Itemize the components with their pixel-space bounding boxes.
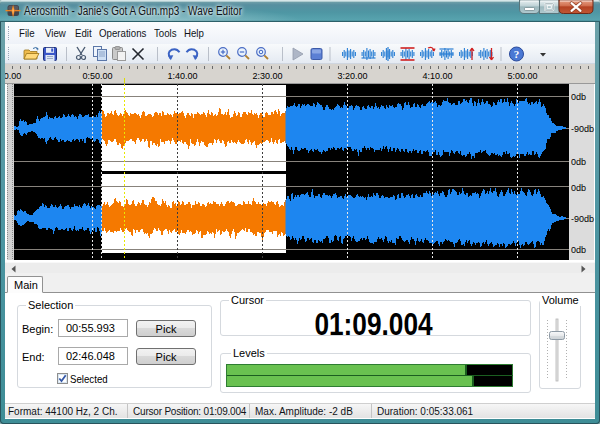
svg-text:?: ?	[514, 48, 520, 60]
svg-text:2:30.00: 2:30.00	[252, 71, 282, 81]
svg-text:0.00: 0.00	[5, 71, 21, 81]
svg-text:3:20.00: 3:20.00	[337, 71, 367, 81]
svg-text:1:40.00: 1:40.00	[167, 71, 197, 81]
svg-text:0db: 0db	[571, 157, 586, 167]
svg-text:0db: 0db	[571, 92, 586, 102]
svg-text:0:50.00: 0:50.00	[82, 71, 112, 81]
svg-text:0db: 0db	[571, 245, 586, 255]
svg-text:4:10.00: 4:10.00	[422, 71, 452, 81]
svg-text:5:00.00: 5:00.00	[507, 71, 537, 81]
svg-text:-90db: -90db	[571, 214, 594, 224]
svg-text:0db: 0db	[571, 183, 586, 193]
svg-text:-90db: -90db	[571, 124, 594, 134]
